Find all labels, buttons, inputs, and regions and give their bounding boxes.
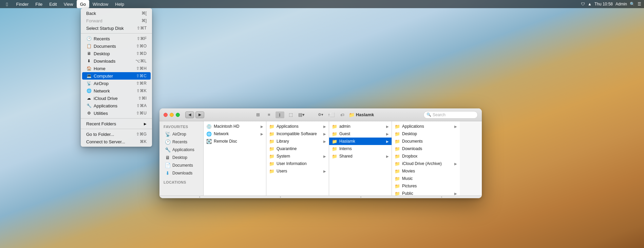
- view-options-button[interactable]: ▤▾: [297, 111, 306, 118]
- menu-view[interactable]: View: [60, 0, 77, 8]
- documents-icon: 📋: [86, 43, 92, 49]
- resize-handle-3[interactable]: [360, 197, 361, 198]
- action-button[interactable]: ⚙▾: [316, 111, 325, 118]
- col-item-user-info[interactable]: 📁 User Information: [266, 160, 329, 167]
- airdrop-sidebar-icon: 📡: [165, 131, 170, 137]
- tag-button[interactable]: 🏷: [338, 111, 347, 118]
- resize-handle-4[interactable]: [441, 197, 442, 198]
- col-item-system[interactable]: 📁 System ▶: [266, 152, 329, 160]
- col-arrow: ▶: [454, 192, 457, 195]
- menu-item-recents[interactable]: 🕐 Recents ⇧⌘F: [81, 35, 152, 42]
- column-view-button[interactable]: ⫿: [276, 111, 284, 118]
- apple-menu[interactable]: : [3, 0, 13, 8]
- gallery-view-button[interactable]: ⬚: [286, 111, 295, 118]
- share-button[interactable]: ↑⬜: [327, 111, 336, 118]
- menu-finder[interactable]: Finder: [13, 0, 32, 8]
- sidebar-item-desktop[interactable]: 🖥 Desktop: [161, 154, 202, 161]
- menu-item-recent-folders[interactable]: Recent Folders ▶: [81, 120, 152, 127]
- menu-window[interactable]: Window: [89, 0, 112, 8]
- menubar-control-center-icon[interactable]: ☰: [638, 2, 641, 6]
- sidebar: Favourites 📡 AirDrop 🕐 Recents 🔧 Applica…: [159, 121, 204, 195]
- haslamk-docs-icon: 📁: [395, 139, 400, 144]
- col-item-users[interactable]: 📁 Users ▶: [266, 167, 329, 175]
- menu-file[interactable]: File: [32, 0, 46, 8]
- col-item-haslamk-movies[interactable]: 📁 Movies: [392, 167, 460, 175]
- back-button[interactable]: ◀: [185, 111, 194, 118]
- menu-help[interactable]: Help: [112, 0, 128, 8]
- col-item-network[interactable]: 🌐 Network ▶: [204, 130, 266, 138]
- col-item-library[interactable]: 📁 Library ▶: [266, 138, 329, 145]
- menu-item-icloud[interactable]: ☁ iCloud Drive ⇧⌘I: [81, 95, 152, 102]
- guest-col-icon: 📁: [332, 131, 337, 137]
- icon-view-button[interactable]: ⊞: [254, 111, 263, 118]
- column-2: 📁 Applications ▶ 📁 Incompatible Software…: [266, 121, 329, 195]
- col-item-macintosh-hd[interactable]: 💿 Macintosh HD ▶: [204, 123, 266, 130]
- interns-col-icon: 📁: [332, 146, 337, 151]
- submenu-arrow: ▶: [144, 122, 147, 126]
- col-item-incompatible[interactable]: 📁 Incompatible Software ▶: [266, 130, 329, 138]
- col-item-applications[interactable]: 📁 Applications ▶: [266, 123, 329, 130]
- col-item-quarantine[interactable]: 📁 Quarantine: [266, 145, 329, 152]
- search-box[interactable]: 🔍 Search: [423, 111, 478, 119]
- close-button[interactable]: [164, 113, 168, 117]
- home-icon: 🏠: [86, 66, 92, 71]
- col-item-interns[interactable]: 📁 Interns: [329, 145, 392, 152]
- col-item-haslamk-desktop[interactable]: 📁 Desktop: [392, 130, 460, 138]
- haslamk-dropbox-icon: 📁: [395, 154, 400, 159]
- col-item-shared[interactable]: 📁 Shared ▶: [329, 152, 392, 160]
- menu-item-startup-disk[interactable]: Select Startup Disk ⇧⌘T: [81, 24, 152, 32]
- minimize-button[interactable]: [170, 113, 174, 117]
- computer-icon: 💻: [86, 73, 92, 79]
- col-item-haslamk-downloads[interactable]: 📁 Downloads: [392, 145, 460, 152]
- shared-col-icon: 📁: [332, 154, 337, 159]
- list-view-button[interactable]: ≡: [265, 111, 273, 118]
- sidebar-item-recents[interactable]: 🕐 Recents: [161, 138, 202, 146]
- col-item-haslamk-pictures[interactable]: 📁 Pictures: [392, 182, 460, 190]
- sidebar-item-airdrop[interactable]: 📡 AirDrop: [161, 130, 202, 138]
- menubar-search-icon[interactable]: 🔍: [630, 2, 635, 6]
- maximize-button[interactable]: [176, 113, 180, 117]
- users-col-icon: 📁: [269, 169, 274, 174]
- menu-edit[interactable]: Edit: [46, 0, 60, 8]
- menu-item-documents[interactable]: 📋 Documents ⇧⌘O: [81, 42, 152, 50]
- col-item-haslamk-icloud-archive[interactable]: 📁 iCloud Drive (Archive) ▶: [392, 160, 460, 167]
- menu-item-applications[interactable]: 🔧 Applications ⇧⌘A: [81, 102, 152, 109]
- forward-button[interactable]: ▶: [195, 111, 204, 118]
- col-item-haslamk-music[interactable]: 📁 Music: [392, 175, 460, 182]
- system-col-icon: 📁: [269, 154, 274, 159]
- menu-item-computer[interactable]: 💻 Computer ⇧⌘C: [82, 72, 151, 80]
- column-4: 📁 Applications ▶ 📁 Desktop 📁 Documents 📁…: [392, 121, 460, 195]
- menu-item-back[interactable]: Back ⌘[: [81, 9, 152, 17]
- airdrop-menu-icon: 📡: [86, 81, 92, 86]
- desktop:  Finder File Edit View Go Window Help: [0, 0, 644, 248]
- col-item-haslamk-applications[interactable]: 📁 Applications ▶: [392, 123, 460, 130]
- menu-item-forward[interactable]: Forward ⌘]: [81, 17, 152, 24]
- menu-item-goto-folder[interactable]: Go to Folder... ⇧⌘G: [81, 130, 152, 138]
- col-item-haslamk-documents[interactable]: 📁 Documents: [392, 138, 460, 145]
- col-item-haslamk[interactable]: 📁 Haslamk ▶: [329, 138, 392, 145]
- col-item-guest[interactable]: 📁 Guest ▶: [329, 130, 392, 138]
- col-arrow: ▶: [323, 125, 326, 128]
- menu-item-desktop[interactable]: 🖥 Desktop ⇧⌘D: [81, 50, 152, 57]
- resize-handle-2[interactable]: [280, 197, 281, 198]
- menu-item-utilities[interactable]: ⚙ Utilities ⇧⌘U: [81, 109, 152, 117]
- col-item-remote-disc[interactable]: 💽 Remote Disc: [204, 138, 266, 145]
- resize-handle-1[interactable]: [199, 197, 200, 198]
- sidebar-item-downloads[interactable]: ⬇ Downloads: [161, 169, 202, 177]
- search-icon: 🔍: [427, 112, 431, 117]
- menu-item-connect-server[interactable]: Connect to Server... ⌘K: [81, 138, 152, 145]
- col-item-haslamk-dropbox[interactable]: 📁 Dropbox: [392, 152, 460, 160]
- applications-sidebar-icon: 🔧: [165, 147, 170, 152]
- userinfo-col-icon: 📁: [269, 161, 274, 166]
- column-1: 💿 Macintosh HD ▶ 🌐 Network ▶ 💽 Remote Di…: [204, 121, 266, 195]
- col-item-haslamk-public[interactable]: 📁 Public ▶: [392, 190, 460, 195]
- haslamk-icloud-icon: 📁: [395, 161, 400, 166]
- menu-item-network[interactable]: 🌐 Network ⇧⌘K: [81, 87, 152, 95]
- menu-item-home[interactable]: 🏠 Home ⇧⌘H: [81, 65, 152, 72]
- menu-item-airdrop[interactable]: 📡 AirDrop ⇧⌘R: [81, 80, 152, 87]
- menu-go[interactable]: Go: [77, 0, 89, 8]
- sidebar-item-documents[interactable]: 📄 Documents: [161, 162, 202, 169]
- sidebar-item-applications[interactable]: 🔧 Applications: [161, 146, 202, 153]
- col-item-admin[interactable]: 📁 admin ▶: [329, 123, 392, 130]
- menu-item-downloads[interactable]: ⬇ Downloads ⌥⌘L: [81, 57, 152, 65]
